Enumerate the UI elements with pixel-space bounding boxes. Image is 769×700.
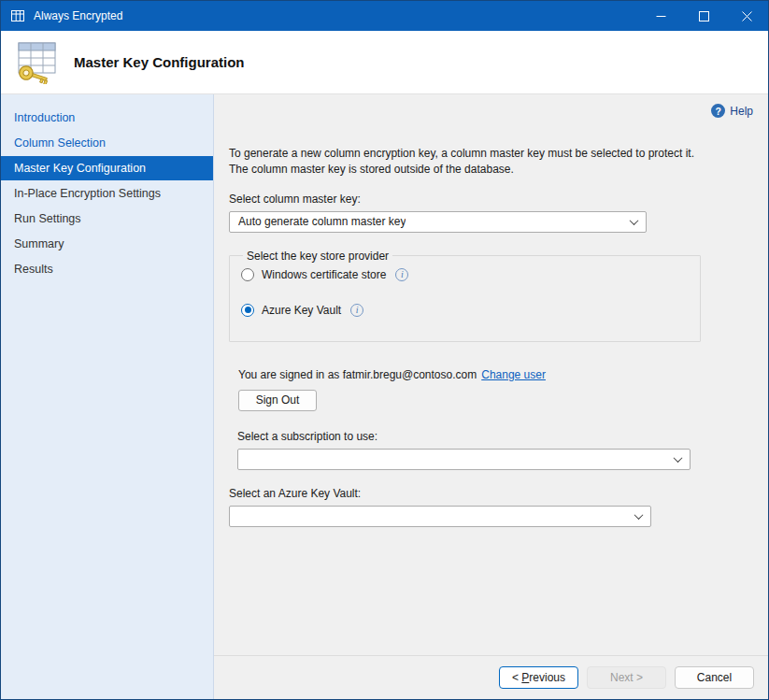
subscription-label: Select a subscription to use:: [237, 430, 753, 443]
wizard-footer: < Previous Next > Cancel: [214, 655, 768, 699]
info-icon[interactable]: i: [395, 268, 408, 281]
page-title: Master Key Configuration: [74, 54, 245, 70]
radio-dot: [245, 307, 251, 313]
sidebar-item-results[interactable]: Results: [1, 257, 213, 281]
maximize-icon: [699, 11, 709, 21]
master-key-label: Select column master key:: [229, 193, 753, 206]
master-key-dropdown[interactable]: Auto generate column master key: [229, 211, 647, 233]
sidebar-item-master-key-configuration[interactable]: Master Key Configuration: [1, 156, 213, 180]
radio-label-windows-certificate-store[interactable]: Windows certificate store: [262, 268, 386, 281]
radio-row-windows-certificate-store: Windows certificate store i: [241, 268, 689, 281]
page-description: To generate a new column encryption key,…: [229, 146, 707, 179]
always-encrypted-window: Always Encrypted: [0, 0, 769, 700]
help-label: Help: [730, 105, 753, 118]
minimize-icon: [656, 11, 666, 21]
table-key-icon: [14, 41, 59, 84]
cancel-button[interactable]: Cancel: [675, 666, 754, 689]
key-store-provider-title: Select the key store provider: [243, 250, 392, 263]
signed-in-status: You are signed in as fatmir.bregu@contos…: [238, 368, 753, 381]
sign-out-button[interactable]: Sign Out: [238, 390, 317, 411]
wizard-body: Introduction Column Selection Master Key…: [1, 94, 768, 699]
radio-label-azure-key-vault[interactable]: Azure Key Vault: [262, 304, 341, 317]
sidebar-item-run-settings[interactable]: Run Settings: [1, 207, 213, 231]
radio-row-azure-key-vault: Azure Key Vault i: [241, 304, 689, 317]
close-icon: [742, 11, 752, 21]
wizard-steps-sidebar: Introduction Column Selection Master Key…: [1, 94, 214, 699]
titlebar: Always Encrypted: [1, 1, 768, 31]
sidebar-item-in-place-encryption-settings[interactable]: In-Place Encryption Settings: [1, 181, 213, 206]
app-table-icon[interactable]: [10, 8, 25, 23]
content-main: ? Help To generate a new column encrypti…: [214, 94, 768, 655]
window-title: Always Encrypted: [34, 9, 122, 22]
chevron-down-icon: [634, 510, 644, 520]
previous-button[interactable]: < Previous: [499, 666, 578, 689]
close-button[interactable]: [725, 1, 768, 31]
sidebar-item-introduction[interactable]: Introduction: [1, 106, 213, 130]
sidebar-item-column-selection[interactable]: Column Selection: [1, 131, 213, 155]
radio-windows-certificate-store[interactable]: [241, 268, 254, 281]
maximize-button[interactable]: [682, 1, 725, 31]
master-key-value: Auto generate column master key: [238, 215, 406, 228]
signed-in-text: You are signed in as fatmir.bregu@contos…: [238, 368, 477, 381]
change-user-link[interactable]: Change user: [481, 368, 546, 381]
help-icon: ?: [711, 104, 725, 118]
next-button[interactable]: Next >: [587, 666, 666, 689]
chevron-down-icon: [630, 216, 639, 225]
wizard-header: Master Key Configuration: [1, 31, 768, 94]
window-controls: [639, 1, 768, 31]
radio-azure-key-vault[interactable]: [241, 304, 254, 317]
previous-button-label: < Previous: [512, 671, 565, 684]
chevron-down-icon: [674, 453, 683, 463]
info-icon[interactable]: i: [350, 304, 363, 317]
subscription-dropdown[interactable]: [237, 449, 691, 470]
vault-dropdown[interactable]: [229, 506, 651, 527]
sidebar-item-summary[interactable]: Summary: [1, 232, 213, 256]
minimize-button[interactable]: [639, 1, 682, 31]
content-panel: ? Help To generate a new column encrypti…: [214, 94, 768, 699]
vault-label: Select an Azure Key Vault:: [229, 487, 753, 500]
help-link[interactable]: ? Help: [229, 104, 753, 118]
key-store-provider-group: Select the key store provider Windows ce…: [229, 250, 701, 342]
